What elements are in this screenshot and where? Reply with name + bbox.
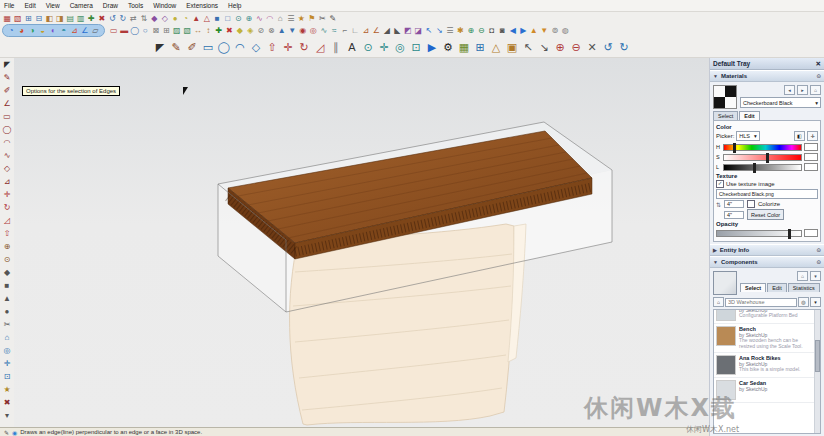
- tool-icon[interactable]: ⚑: [307, 13, 318, 24]
- tool-icon[interactable]: ◆: [4, 266, 10, 279]
- in-model-icon[interactable]: ⌂: [810, 85, 821, 95]
- tab-edit[interactable]: Edit: [767, 283, 786, 292]
- tool-icon[interactable]: ◒: [38, 25, 49, 36]
- tool-icon[interactable]: △: [488, 38, 504, 56]
- pin-icon[interactable]: ⊙: [816, 247, 821, 253]
- circle-tool-icon[interactable]: ◯: [216, 38, 232, 56]
- list-item[interactable]: Benchby SketchUpThe wooden bench can be …: [714, 324, 820, 353]
- model-scene[interactable]: [14, 58, 709, 428]
- tool-icon[interactable]: ∠: [80, 25, 91, 36]
- tool-icon[interactable]: ◑: [27, 25, 38, 36]
- tool-icon[interactable]: ⊞: [472, 38, 488, 56]
- tool-icon[interactable]: ◆: [149, 13, 160, 24]
- component-thumbnail[interactable]: [716, 326, 736, 346]
- back-icon[interactable]: ◂: [784, 85, 795, 95]
- tool-icon[interactable]: ⊞: [23, 13, 34, 24]
- tool-icon[interactable]: ▭: [109, 25, 120, 36]
- tool-icon[interactable]: □: [223, 13, 234, 24]
- arc-tool-icon[interactable]: ◠: [232, 38, 248, 56]
- tool-icon[interactable]: ≈: [329, 25, 340, 36]
- tool-icon[interactable]: ↘: [434, 25, 445, 36]
- gear-icon[interactable]: ⚙: [440, 38, 456, 56]
- tool-icon[interactable]: ⊖: [476, 25, 487, 36]
- tool-icon[interactable]: ▦: [2, 13, 13, 24]
- slider-handle[interactable]: [753, 163, 756, 173]
- tool-icon[interactable]: ▲: [529, 25, 540, 36]
- tool-icon[interactable]: ↕: [203, 25, 214, 36]
- tool-icon[interactable]: ◙: [497, 25, 508, 36]
- materials-section-header[interactable]: ▼ Materials ⊙: [710, 70, 824, 82]
- tool-icon[interactable]: ⊠: [151, 25, 162, 36]
- pan-tool-icon[interactable]: ✛: [4, 357, 11, 370]
- in-model-icon[interactable]: ⌂: [797, 271, 808, 281]
- chevron-down-icon[interactable]: ▾: [810, 297, 821, 307]
- menu-tools[interactable]: Tools: [127, 2, 144, 9]
- tool-icon[interactable]: ✱: [455, 25, 466, 36]
- tool-icon[interactable]: ∠: [3, 97, 10, 110]
- tool-icon[interactable]: ◐: [48, 25, 59, 36]
- chevron-down-icon[interactable]: ▼: [713, 73, 718, 79]
- menu-window[interactable]: Window: [152, 2, 177, 9]
- menu-draw[interactable]: Draw: [102, 2, 119, 9]
- tab-edit[interactable]: Edit: [739, 111, 759, 120]
- component-preview-thumbnail[interactable]: [713, 271, 737, 295]
- tool-icon[interactable]: ✖: [224, 25, 235, 36]
- tool-icon[interactable]: ◆: [235, 25, 246, 36]
- tool-icon[interactable]: ⊿: [361, 25, 372, 36]
- tool-icon[interactable]: ◘: [487, 25, 498, 36]
- menu-camera[interactable]: Camera: [69, 2, 94, 9]
- tool-icon[interactable]: ○: [140, 25, 151, 36]
- tool-icon[interactable]: ↺: [107, 13, 118, 24]
- tool-icon[interactable]: ◔: [181, 13, 192, 24]
- tool-icon[interactable]: ▲: [277, 25, 288, 36]
- redo-icon[interactable]: ↻: [616, 38, 632, 56]
- tool-icon[interactable]: ⌂: [5, 331, 10, 344]
- select-tool-icon[interactable]: ◤: [152, 38, 168, 56]
- scale-tool-icon[interactable]: ◿: [4, 214, 10, 227]
- s-value-field[interactable]: [804, 153, 818, 161]
- tool-icon[interactable]: ⌂: [275, 13, 286, 24]
- tool-icon[interactable]: ⊿: [4, 175, 11, 188]
- tool-icon[interactable]: ↖: [424, 25, 435, 36]
- h-value-field[interactable]: [804, 143, 818, 151]
- freehand-tool-icon[interactable]: ✐: [4, 84, 11, 97]
- opacity-slider[interactable]: [716, 230, 802, 237]
- play-button[interactable]: ▶: [424, 38, 440, 56]
- component-thumbnail[interactable]: [716, 309, 736, 321]
- tool-icon[interactable]: ☰: [445, 25, 456, 36]
- tool-icon[interactable]: ▧: [13, 13, 24, 24]
- tool-icon[interactable]: ↘: [536, 38, 552, 56]
- forward-icon[interactable]: ▸: [797, 85, 808, 95]
- h-slider[interactable]: [723, 144, 802, 151]
- menu-help[interactable]: Help: [227, 2, 242, 9]
- tool-icon[interactable]: ★: [296, 13, 307, 24]
- tool-icon[interactable]: ▾: [5, 409, 9, 422]
- link-dimensions-icon[interactable]: ⇅: [716, 201, 721, 208]
- tray-title-bar[interactable]: Default Tray ✕: [710, 58, 824, 70]
- eyedropper-icon[interactable]: ✛: [807, 131, 818, 141]
- entity-info-section-header[interactable]: ▶ Entity Info ⊙: [710, 244, 824, 256]
- tool-icon[interactable]: ◣: [392, 25, 403, 36]
- text-tool-icon[interactable]: A: [344, 38, 360, 56]
- component-thumbnail[interactable]: [716, 355, 736, 375]
- tool-icon[interactable]: ◨: [55, 13, 66, 24]
- scrollbar-thumb[interactable]: [815, 340, 820, 372]
- tool-icon[interactable]: ▼: [539, 25, 550, 36]
- zoom-tool-icon[interactable]: ◎: [4, 344, 11, 357]
- tab-select[interactable]: Select: [713, 111, 738, 120]
- tool-icon[interactable]: ∿: [319, 25, 330, 36]
- tool-icon[interactable]: ✚: [214, 25, 225, 36]
- tool-icon[interactable]: ●: [170, 13, 181, 24]
- tool-icon[interactable]: ▬: [119, 25, 130, 36]
- tool-icon[interactable]: ◓: [59, 25, 70, 36]
- tool-icon[interactable]: ▦: [456, 38, 472, 56]
- tool-icon[interactable]: ⊕: [4, 240, 11, 253]
- tool-icon[interactable]: ⊗: [266, 25, 277, 36]
- tool-icon[interactable]: ◉: [298, 25, 309, 36]
- tool-icon[interactable]: ◔: [6, 25, 17, 36]
- material-thumbnail[interactable]: [713, 85, 737, 109]
- circle-tool-icon[interactable]: ◯: [3, 123, 12, 136]
- search-input[interactable]: [725, 298, 797, 307]
- chevron-right-icon[interactable]: ▶: [713, 247, 717, 253]
- tool-icon[interactable]: ★: [3, 383, 10, 396]
